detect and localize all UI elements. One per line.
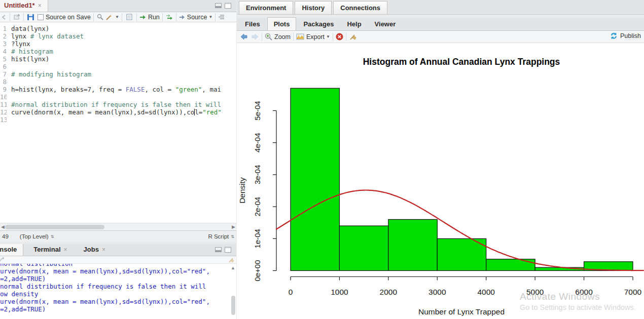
code-line: 7# modifying histogram bbox=[0, 70, 236, 78]
source-on-save-checkbox[interactable] bbox=[38, 14, 44, 20]
maximize-pane-icon[interactable] bbox=[225, 3, 231, 9]
compile-report-icon[interactable] bbox=[125, 14, 134, 20]
tab-terminal[interactable]: Terminal × bbox=[27, 244, 73, 256]
export-image-icon[interactable] bbox=[296, 33, 304, 40]
scope-updown-icon: ⇅ bbox=[51, 234, 54, 239]
x-tick-label: 7000 bbox=[624, 288, 642, 296]
tab-jobs[interactable]: Jobs × bbox=[78, 244, 112, 256]
code-line: 9h=hist(lynx, breaks=7, freq = FALSE, co… bbox=[0, 86, 236, 93]
next-plot-icon[interactable] bbox=[251, 33, 259, 40]
plots-pane: Files Plots Packages Help Viewer Zoom Ex… bbox=[237, 18, 644, 319]
scroll-right-icon[interactable]: ▶ bbox=[232, 223, 235, 231]
editor-horizontal-scrollbar[interactable]: ◀ ▶ bbox=[0, 223, 236, 230]
activate-windows-watermark: Activate Windows bbox=[520, 291, 600, 302]
tab-viewer[interactable]: Viewer bbox=[369, 18, 402, 30]
line-number: 5 bbox=[0, 55, 7, 63]
console-line: normal distribution bbox=[0, 264, 236, 267]
console-tab-bar: Console Terminal × Jobs × bbox=[0, 244, 236, 256]
to-console-arrow-icon[interactable] bbox=[0, 257, 6, 263]
wand-dropdown-arrow[interactable]: ▼ bbox=[115, 15, 119, 19]
code-line: 13 bbox=[0, 116, 236, 124]
source-dropdown-arrow[interactable]: ▼ bbox=[208, 15, 212, 19]
tab-files[interactable]: Files bbox=[239, 18, 266, 30]
editor-tab-bar: Untitled1* × bbox=[0, 0, 236, 12]
line-number: 4 bbox=[0, 48, 7, 55]
cursor-position: 49 bbox=[2, 233, 9, 240]
scrollbar-thumb[interactable] bbox=[5, 225, 104, 229]
file-type-selector[interactable]: R Script bbox=[208, 233, 229, 240]
line-number: 2 bbox=[0, 32, 7, 40]
zoom-plot-icon[interactable] bbox=[265, 33, 272, 41]
console-header bbox=[0, 256, 236, 264]
scope-selector[interactable]: (Top Level) bbox=[20, 233, 49, 240]
previous-plot-icon[interactable] bbox=[240, 33, 248, 40]
minimize-pane-icon[interactable] bbox=[215, 3, 222, 8]
find-icon[interactable] bbox=[96, 14, 104, 20]
code-line: 11#normal distribution if frequency is f… bbox=[0, 101, 236, 108]
tab-console[interactable]: Console bbox=[0, 244, 23, 256]
code-tools-wand-icon[interactable] bbox=[104, 14, 114, 20]
plot-display-area: 010002000300040005000600070000e+001e-042… bbox=[237, 43, 644, 318]
zoom-button[interactable]: Zoom bbox=[274, 33, 291, 41]
code-line: 12curve(dnorm(x, mean = mean(lynx),sd=sd… bbox=[0, 108, 236, 116]
save-icon[interactable] bbox=[26, 14, 34, 20]
publish-icon[interactable] bbox=[610, 32, 618, 39]
file-type-updown-icon: ⇅ bbox=[231, 234, 234, 239]
export-button[interactable]: Export bbox=[306, 33, 325, 41]
environment-tab-bar: Environment History Connections bbox=[237, 0, 644, 15]
line-number: 10 bbox=[0, 93, 7, 101]
histogram-bar bbox=[486, 259, 535, 271]
x-axis-title: Number of Lynx Trapped bbox=[418, 307, 505, 316]
line-number: 12 bbox=[0, 108, 7, 116]
run-icon[interactable] bbox=[139, 15, 147, 20]
scroll-left-icon[interactable]: ◀ bbox=[1, 223, 5, 231]
close-icon[interactable]: × bbox=[102, 246, 105, 253]
scrollbar-thumb[interactable] bbox=[231, 296, 235, 315]
console-line: =2,add=TRUE) bbox=[0, 305, 236, 313]
export-dropdown-arrow[interactable]: ▼ bbox=[326, 34, 330, 39]
tab-packages[interactable]: Packages bbox=[297, 18, 340, 30]
y-tick-label: 5e-04 bbox=[253, 101, 262, 120]
x-tick-label: 4000 bbox=[477, 288, 495, 296]
close-icon[interactable]: × bbox=[38, 2, 42, 9]
line-number: 13 bbox=[0, 116, 7, 124]
close-icon[interactable]: × bbox=[64, 246, 67, 253]
back-icon[interactable] bbox=[1, 15, 7, 20]
clear-all-plots-broom-icon[interactable] bbox=[349, 33, 357, 41]
editor-status-bar: 49 (Top Level) ⇅ R Script ⇅ bbox=[0, 230, 236, 242]
remove-plot-icon[interactable] bbox=[336, 33, 343, 41]
x-tick-label: 2000 bbox=[380, 288, 398, 296]
console-line: ow density bbox=[0, 290, 236, 298]
console-line: urve(dnorm(x, mean = mean(lynx),sd=sd(ly… bbox=[0, 298, 236, 305]
publish-button[interactable]: Publish bbox=[620, 32, 641, 39]
code-editor[interactable]: 1data(lynx)2lynx # lynx dataset3?lynx4# … bbox=[0, 22, 236, 223]
console-vertical-scrollbar[interactable]: ▲ bbox=[229, 256, 236, 319]
tab-help[interactable]: Help bbox=[341, 18, 367, 30]
source-file-icon[interactable] bbox=[179, 15, 186, 20]
tab-environment[interactable]: Environment bbox=[239, 1, 293, 14]
run-button[interactable]: Run bbox=[148, 14, 160, 21]
tab-connections[interactable]: Connections bbox=[333, 1, 387, 14]
y-tick-label: 0e+00 bbox=[253, 260, 262, 281]
line-number: 11 bbox=[0, 101, 7, 108]
open-in-new-window-icon[interactable] bbox=[13, 14, 21, 20]
tab-history[interactable]: History bbox=[295, 1, 332, 14]
code-line: 6 bbox=[0, 63, 236, 70]
console-output[interactable]: normal distributionurve(dnorm(x, mean = … bbox=[0, 264, 236, 319]
minimize-pane-icon[interactable] bbox=[215, 247, 222, 252]
scroll-up-icon[interactable]: ▲ bbox=[231, 264, 235, 272]
histogram-bar bbox=[388, 219, 437, 270]
y-tick-label: 2e-04 bbox=[253, 197, 262, 216]
x-tick-label: 1000 bbox=[331, 288, 348, 296]
document-outline-icon[interactable] bbox=[218, 14, 225, 20]
editor-tab-title: Untitled1* bbox=[4, 2, 35, 9]
source-button[interactable]: Source bbox=[187, 14, 207, 21]
histogram-bar bbox=[291, 88, 339, 270]
y-tick-label: 3e-04 bbox=[253, 165, 262, 184]
tab-untitled1[interactable]: Untitled1* × bbox=[0, 0, 48, 12]
tab-plots[interactable]: Plots bbox=[267, 17, 297, 30]
rerun-icon[interactable] bbox=[165, 14, 173, 20]
maximize-pane-icon[interactable] bbox=[225, 247, 231, 253]
code-line: 5hist(lynx) bbox=[0, 55, 236, 63]
line-number: 6 bbox=[0, 63, 7, 70]
